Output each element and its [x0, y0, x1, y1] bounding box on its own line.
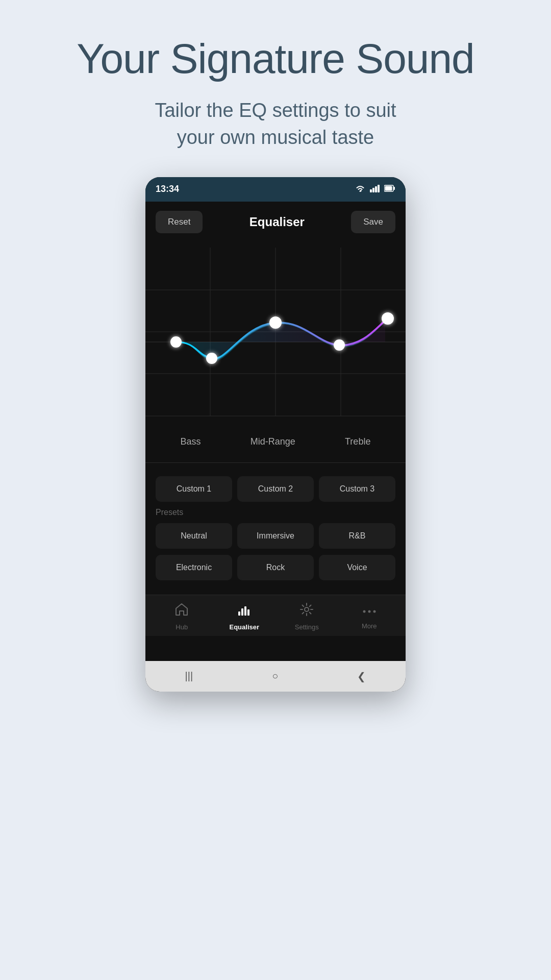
bass-label: Bass: [181, 436, 201, 447]
custom-3-button[interactable]: Custom 3: [319, 476, 395, 502]
svg-point-0: [360, 190, 361, 192]
battery-icon: [384, 185, 395, 194]
status-time: 13:34: [156, 184, 179, 194]
status-bar: 13:34: [145, 177, 406, 202]
svg-rect-22: [241, 608, 243, 616]
custom-presets-row: Custom 1 Custom 2 Custom 3: [156, 476, 395, 502]
rock-button[interactable]: Rock: [237, 555, 314, 580]
svg-point-27: [368, 610, 370, 612]
equaliser-nav-label: Equaliser: [229, 623, 259, 631]
phone-frame: 13:34: [145, 177, 406, 692]
svg-point-26: [363, 610, 365, 612]
svg-rect-24: [247, 609, 249, 616]
signal-icon: [370, 184, 380, 194]
immersive-button[interactable]: Immersive: [237, 523, 314, 549]
page-header: Your Signature Sound Tailor the EQ setti…: [77, 0, 474, 172]
equaliser-title: Equaliser: [249, 215, 305, 229]
app-content: Reset Equaliser Save: [145, 202, 406, 661]
svg-point-28: [373, 610, 375, 612]
svg-rect-21: [238, 611, 240, 616]
wifi-icon: [355, 184, 366, 194]
svg-rect-6: [394, 187, 395, 190]
neutral-button[interactable]: Neutral: [156, 523, 232, 549]
settings-icon: [299, 602, 314, 620]
svg-rect-7: [385, 186, 392, 190]
electronic-button[interactable]: Electronic: [156, 555, 232, 580]
nav-hub[interactable]: Hub: [161, 602, 202, 631]
status-icons: [355, 184, 395, 194]
treble-label: Treble: [345, 436, 370, 447]
svg-rect-4: [378, 185, 380, 192]
rb-button[interactable]: R&B: [319, 523, 395, 549]
android-nav: ||| ○ ❮: [145, 661, 406, 692]
nav-more[interactable]: More: [349, 603, 390, 630]
section-divider: [145, 462, 406, 463]
svg-point-19: [334, 339, 345, 351]
eq-canvas[interactable]: [145, 248, 406, 431]
svg-point-17: [206, 353, 217, 364]
svg-point-18: [269, 316, 282, 329]
custom-2-button[interactable]: Custom 2: [237, 476, 314, 502]
equaliser-icon: [237, 602, 252, 620]
recents-button[interactable]: |||: [185, 670, 193, 682]
presets-section: Custom 1 Custom 2 Custom 3 Presets Neutr…: [145, 468, 406, 595]
home-button[interactable]: ○: [272, 670, 278, 682]
hub-icon: [174, 602, 189, 620]
svg-rect-2: [372, 188, 374, 192]
back-button[interactable]: ❮: [357, 670, 366, 682]
page-subtitle: Tailor the EQ settings to suityour own m…: [77, 97, 474, 151]
svg-rect-1: [370, 189, 372, 192]
bottom-nav: Hub Equaliser: [145, 595, 406, 636]
more-icon: [362, 603, 377, 619]
nav-equaliser[interactable]: Equaliser: [224, 602, 265, 631]
presets-row-2: Electronic Rock Voice: [156, 555, 395, 580]
reset-button[interactable]: Reset: [156, 211, 203, 233]
svg-point-25: [305, 607, 309, 611]
save-button[interactable]: Save: [351, 211, 395, 233]
presets-row-1: Neutral Immersive R&B: [156, 523, 395, 549]
nav-settings[interactable]: Settings: [286, 602, 327, 631]
eq-labels: Bass Mid-Range Treble: [145, 431, 406, 457]
mid-range-label: Mid-Range: [251, 436, 295, 447]
settings-label: Settings: [295, 623, 319, 631]
hub-label: Hub: [176, 623, 188, 631]
page-title: Your Signature Sound: [77, 36, 474, 82]
more-label: More: [362, 622, 377, 630]
svg-rect-23: [244, 606, 246, 616]
svg-point-16: [170, 336, 182, 348]
svg-point-20: [382, 312, 394, 325]
presets-label: Presets: [156, 508, 395, 517]
app-header: Reset Equaliser Save: [145, 202, 406, 242]
svg-rect-3: [375, 186, 377, 192]
custom-1-button[interactable]: Custom 1: [156, 476, 232, 502]
voice-button[interactable]: Voice: [319, 555, 395, 580]
